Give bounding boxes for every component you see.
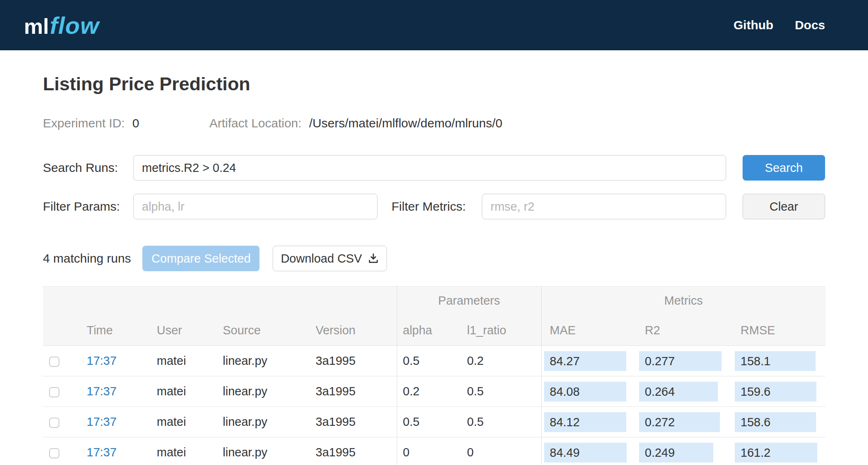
run-r2-value: 0.249 — [639, 443, 713, 463]
table-group-header-row: Parameters Metrics — [43, 287, 826, 315]
run-time-link[interactable]: 17:37 — [87, 354, 117, 367]
run-l1-ratio-cell: 0 — [461, 437, 541, 465]
table-row: 17:37mateilinear.py3a19950.50.284.270.27… — [43, 346, 826, 376]
artifact-location: Artifact Location: /Users/matei/mlflow/d… — [209, 116, 502, 130]
search-runs-input[interactable] — [133, 155, 726, 181]
page-title: Listing Price Prediction — [43, 73, 825, 95]
mlflow-logo[interactable]: mlflow — [24, 12, 99, 39]
run-alpha-cell: 0.2 — [397, 376, 461, 407]
runs-actions-row: 4 matching runs Compare Selected Downloa… — [43, 246, 825, 271]
search-runs-row: Search Runs: Search — [43, 155, 825, 181]
table-row: 17:37mateilinear.py3a19950.20.584.080.26… — [43, 376, 826, 407]
column-header-l1-ratio: l1_ratio — [461, 315, 541, 346]
nav-docs-link[interactable]: Docs — [795, 18, 825, 32]
column-header-user: User — [146, 315, 212, 346]
matching-runs-count: 4 matching runs — [43, 251, 131, 265]
run-time-link[interactable]: 17:37 — [87, 446, 117, 459]
run-alpha-cell: 0.5 — [397, 346, 461, 376]
column-header-time: Time — [76, 315, 146, 346]
runs-table-body: 17:37mateilinear.py3a19950.50.284.270.27… — [43, 346, 826, 465]
run-rmse-value: 161.2 — [735, 443, 817, 463]
table-column-header-row: Time User Source Version alpha l1_ratio … — [43, 315, 826, 346]
experiment-meta: Experiment ID: 0 Artifact Location: /Use… — [43, 116, 825, 130]
run-version-cell: 3a1995 — [305, 376, 397, 407]
run-l1-ratio-cell: 0.2 — [461, 346, 541, 376]
metrics-group-header: Metrics — [541, 287, 826, 315]
run-rmse-value: 159.6 — [735, 382, 816, 402]
logo-text-flow: flow — [50, 12, 99, 39]
parameters-group-header: Parameters — [397, 287, 541, 315]
run-version-cell: 3a1995 — [305, 437, 397, 465]
filter-params-label: Filter Params: — [43, 200, 133, 214]
run-checkbox[interactable] — [49, 448, 59, 458]
experiment-id-value: 0 — [132, 116, 139, 130]
run-checkbox[interactable] — [49, 387, 59, 397]
run-time-link[interactable]: 17:37 — [87, 415, 117, 428]
download-csv-button[interactable]: Download CSV — [273, 246, 387, 271]
run-checkbox[interactable] — [49, 357, 59, 367]
column-header-r2: R2 — [637, 315, 732, 346]
compare-selected-button[interactable]: Compare Selected — [142, 246, 259, 271]
artifact-location-value: /Users/matei/mlflow/demo/mlruns/0 — [309, 116, 502, 130]
run-alpha-cell: 0.5 — [397, 407, 461, 437]
experiment-id: Experiment ID: 0 — [43, 116, 139, 130]
run-source-cell: linear.py — [212, 437, 305, 465]
search-button[interactable]: Search — [743, 155, 825, 181]
logo-text-ml: ml — [24, 14, 49, 39]
table-row: 17:37mateilinear.py3a19950.50.584.120.27… — [43, 407, 826, 437]
run-checkbox[interactable] — [49, 418, 59, 428]
download-icon — [368, 253, 379, 264]
run-source-cell: linear.py — [212, 376, 305, 407]
run-source-cell: linear.py — [212, 346, 305, 376]
filter-params-input[interactable] — [133, 194, 377, 219]
run-user-cell: matei — [146, 407, 212, 437]
filter-metrics-label: Filter Metrics: — [377, 200, 482, 214]
run-user-cell: matei — [146, 376, 212, 407]
run-rmse-value: 158.1 — [735, 351, 816, 371]
run-source-cell: linear.py — [212, 407, 305, 437]
run-r2-value: 0.277 — [639, 351, 722, 371]
run-rmse-value: 158.6 — [735, 412, 816, 432]
column-header-alpha: alpha — [397, 315, 461, 346]
filter-metrics-input[interactable] — [482, 194, 726, 219]
table-row: 17:37mateilinear.py3a19950084.490.249161… — [43, 437, 826, 465]
run-r2-value: 0.272 — [639, 412, 720, 432]
column-header-source: Source — [212, 315, 305, 346]
experiment-id-label: Experiment ID: — [43, 116, 125, 130]
run-mae-value: 84.12 — [544, 412, 626, 432]
app-header: mlflow Github Docs — [0, 0, 868, 50]
run-l1-ratio-cell: 0.5 — [461, 376, 541, 407]
run-mae-value: 84.49 — [544, 443, 627, 463]
artifact-location-label: Artifact Location: — [209, 116, 301, 130]
column-header-mae: MAE — [541, 315, 637, 346]
nav-github-link[interactable]: Github — [734, 18, 774, 32]
clear-button[interactable]: Clear — [743, 194, 825, 219]
run-alpha-cell: 0 — [397, 437, 461, 465]
run-version-cell: 3a1995 — [305, 407, 397, 437]
header-nav: Github Docs — [734, 18, 825, 32]
runs-table: Parameters Metrics Time User Source Vers… — [43, 286, 825, 465]
run-mae-value: 84.08 — [544, 382, 626, 402]
filter-row: Filter Params: Filter Metrics: Clear — [43, 194, 825, 219]
search-runs-label: Search Runs: — [43, 161, 133, 175]
column-header-checkbox — [43, 315, 76, 346]
column-header-rmse: RMSE — [732, 315, 826, 346]
run-time-link[interactable]: 17:37 — [87, 385, 117, 398]
run-user-cell: matei — [146, 346, 212, 376]
download-csv-label: Download CSV — [281, 252, 362, 265]
column-header-version: Version — [305, 315, 397, 346]
run-user-cell: matei — [146, 437, 212, 465]
run-version-cell: 3a1995 — [305, 346, 397, 376]
run-l1-ratio-cell: 0.5 — [461, 407, 541, 437]
run-r2-value: 0.264 — [639, 382, 718, 402]
experiment-page: Listing Price Prediction Experiment ID: … — [0, 73, 868, 465]
run-mae-value: 84.27 — [544, 351, 626, 371]
